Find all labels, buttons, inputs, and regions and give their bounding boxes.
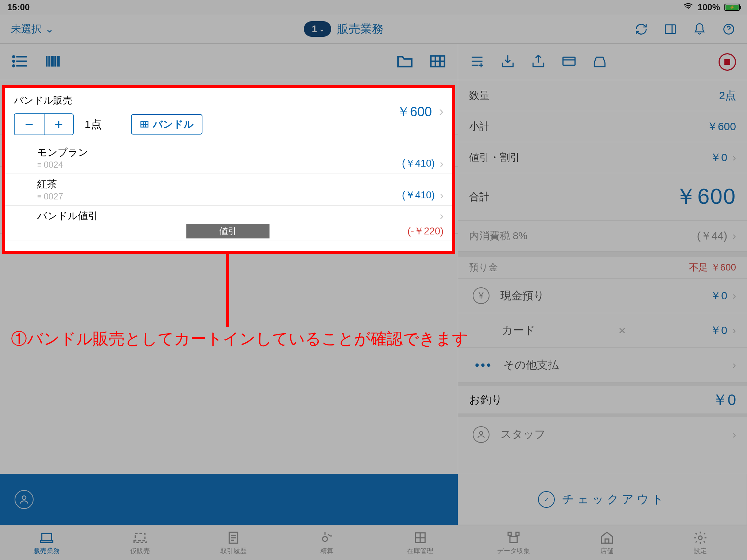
summary-label: 値引・割引 <box>469 151 520 164</box>
register-number: 1 <box>312 23 317 35</box>
clear-icon[interactable]: × <box>619 323 626 338</box>
chevron-down-icon: ⌄ <box>45 23 54 35</box>
drawer-icon[interactable] <box>592 53 608 71</box>
pay-value: ￥0 <box>710 288 727 303</box>
tab-provisional[interactable]: 仮販売 <box>93 525 187 560</box>
summary-total-row: 合計 ￥600 <box>458 173 747 221</box>
barcode-icon[interactable] <box>44 52 62 72</box>
checkout-button[interactable]: ✓ チェックアウト <box>458 474 747 525</box>
svg-rect-34 <box>40 541 53 542</box>
customer-button[interactable] <box>0 474 458 525</box>
svg-rect-33 <box>42 533 52 541</box>
folder-icon[interactable] <box>396 52 414 72</box>
pay-label: その他支払 <box>503 358 559 373</box>
svg-rect-29 <box>563 57 575 65</box>
summary-qty-row: 数量 2点 <box>458 80 747 111</box>
summary-toolbar <box>458 44 747 80</box>
help-icon[interactable] <box>721 22 736 36</box>
person-icon <box>473 426 489 443</box>
status-bar: 15:00 100% <box>0 0 747 15</box>
bundle-badge[interactable]: バンドル <box>131 114 202 135</box>
svg-rect-35 <box>135 533 145 541</box>
summary-pane: 数量 2点 小計 ￥600 値引・割引 ￥0 › 合計 ￥600 内消費税 8%… <box>458 44 747 525</box>
top-nav: 未選択 ⌄ 1 ⌄ 販売業務 <box>0 15 747 44</box>
summary-label: 数量 <box>469 89 489 102</box>
card-row[interactable]: カード × ￥0 › <box>458 313 747 348</box>
tab-label: 設定 <box>694 547 707 555</box>
staff-row[interactable]: スタッフ › <box>458 417 747 452</box>
deposit-header-row: 預り金 不足 ￥600 <box>458 257 747 279</box>
chevron-right-icon: › <box>732 289 736 302</box>
summary-subtotal-row: 小計 ￥600 <box>458 111 747 142</box>
svg-rect-36 <box>134 541 146 542</box>
svg-rect-48 <box>605 539 609 543</box>
svg-rect-0 <box>666 25 676 34</box>
status-time: 15:00 <box>7 2 30 12</box>
svg-point-31 <box>480 431 483 435</box>
tab-inventory[interactable]: 在庫管理 <box>374 525 467 560</box>
check-icon: ✓ <box>538 491 555 508</box>
inbox-out-icon[interactable] <box>530 53 546 71</box>
tab-label: データ収集 <box>497 547 530 555</box>
qty-minus-button[interactable]: − <box>15 114 44 135</box>
stop-button[interactable] <box>719 53 736 71</box>
tab-label: 店舗 <box>600 547 614 555</box>
bundle-row[interactable]: −+ 1点 バンドル ￥600 › <box>4 110 453 142</box>
pay-label: 現金預り <box>500 288 545 303</box>
summary-label: 内消費税 8% <box>469 229 527 243</box>
checkout-label: チェックアウト <box>562 491 667 508</box>
summary-tax-row[interactable]: 内消費税 8% (￥44) › <box>458 221 747 252</box>
summary-value: ￥600 <box>675 182 736 211</box>
cash-row[interactable]: ¥ 現金預り ￥0 › <box>458 279 747 313</box>
svg-point-41 <box>322 536 327 541</box>
staff-label: スタッフ <box>500 427 546 442</box>
bundle-header: バンドル販売 <box>4 88 453 110</box>
grid-icon[interactable] <box>429 52 447 72</box>
section-label: 預り金 <box>469 261 498 274</box>
mode-selector[interactable]: 未選択 ⌄ <box>11 22 54 36</box>
pay-label: カード <box>502 323 535 338</box>
bundle-discount-row[interactable]: バンドル値引› 値引(-￥220) <box>4 206 453 241</box>
bundle-price: ￥600 <box>397 103 432 121</box>
tab-label: 仮販売 <box>130 547 150 555</box>
other-pay-row[interactable]: ••• その他支払 › <box>458 348 747 382</box>
qty-text: 1点 <box>85 117 102 132</box>
bottom-tab-bar: 販売業務 仮販売 取引履歴 精算 在庫管理 データ収集 店舗 設定 <box>0 525 747 560</box>
tab-label: 在庫管理 <box>407 547 433 555</box>
qty-plus-button[interactable]: + <box>44 114 73 135</box>
page-title: 販売業務 <box>337 21 384 37</box>
refresh-icon[interactable] <box>634 22 649 36</box>
summary-label: 合計 <box>469 190 489 204</box>
change-label: お釣り <box>469 392 503 407</box>
wifi-icon <box>683 1 693 13</box>
menu-add-icon[interactable] <box>469 53 485 71</box>
layout-icon[interactable] <box>663 22 678 36</box>
svg-rect-46 <box>508 532 511 535</box>
tab-settlement[interactable]: 精算 <box>280 525 374 560</box>
checkout-bar: ✓ チェックアウト <box>0 474 747 525</box>
tab-settings[interactable]: 設定 <box>654 525 747 560</box>
bell-icon[interactable] <box>692 22 707 36</box>
cart-item-row[interactable]: 紅茶0027 (￥410)› <box>4 174 453 206</box>
register-pill[interactable]: 1 ⌄ <box>304 21 331 37</box>
inbox-in-icon[interactable] <box>500 53 516 71</box>
card-icon[interactable] <box>561 53 577 71</box>
tab-store[interactable]: 店舗 <box>560 525 654 560</box>
yen-icon: ¥ <box>473 287 489 304</box>
cart-item-row[interactable]: モンブラン0024 (￥410)› <box>4 142 453 174</box>
svg-rect-45 <box>510 536 517 542</box>
summary-discount-row[interactable]: 値引・割引 ￥0 › <box>458 142 747 173</box>
tab-label: 取引履歴 <box>220 547 247 555</box>
svg-point-8 <box>13 65 14 66</box>
summary-value: 2点 <box>719 88 736 103</box>
tab-history[interactable]: 取引履歴 <box>187 525 280 560</box>
svg-point-49 <box>698 536 702 540</box>
summary-label: 小計 <box>469 120 489 133</box>
list-view-icon[interactable] <box>11 52 29 72</box>
pay-value: ￥0 <box>710 323 727 338</box>
svg-point-7 <box>13 60 14 62</box>
chevron-right-icon: › <box>732 428 736 441</box>
tab-label: 精算 <box>320 547 333 555</box>
tab-sales[interactable]: 販売業務 <box>0 525 93 560</box>
tab-data[interactable]: データ収集 <box>467 525 560 560</box>
